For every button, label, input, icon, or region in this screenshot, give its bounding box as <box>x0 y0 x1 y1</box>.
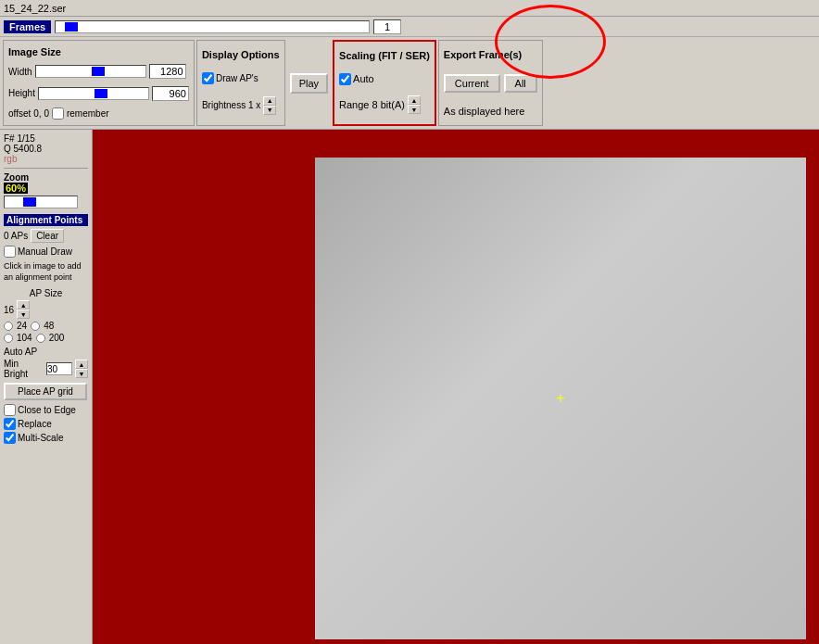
auto-label: Auto <box>353 73 374 84</box>
ap-size-label: AP Size <box>4 288 88 298</box>
place-ap-grid-button[interactable]: Place AP grid <box>4 383 87 400</box>
ap-size-value: 16 <box>4 305 14 315</box>
min-bright-input[interactable] <box>46 362 72 375</box>
auto-checkbox[interactable] <box>339 73 351 85</box>
clear-button[interactable]: Clear <box>31 229 64 243</box>
height-slider[interactable] <box>38 87 149 100</box>
alignment-points-header: Alignment Points <box>4 214 88 226</box>
radio-104-label: 104 <box>17 333 32 343</box>
width-slider-thumb[interactable] <box>92 67 105 76</box>
replace-checkbox[interactable] <box>4 418 16 430</box>
brightness-down-btn[interactable]: ▼ <box>263 106 276 115</box>
current-button[interactable]: Current <box>444 74 500 93</box>
radio-row-2: 104 200 <box>4 333 88 343</box>
auto-row: Auto <box>339 73 430 85</box>
ap-size-row: 16 ▲ ▼ <box>4 300 88 319</box>
play-section: Play <box>286 39 332 127</box>
q-info: Q 5400.8 <box>4 144 88 154</box>
left-panel: F# 1/15 Q 5400.8 rgb Zoom 60% Alignment … <box>0 130 93 644</box>
ap-count-row: 0 APs Clear <box>4 229 88 243</box>
main-area: F# 1/15 Q 5400.8 rgb Zoom 60% Alignment … <box>0 130 819 644</box>
all-button[interactable]: All <box>504 74 537 93</box>
radio-48[interactable] <box>31 322 40 331</box>
as-displayed-label: As displayed here <box>444 106 537 117</box>
export-btns: Current All <box>444 74 537 93</box>
panel-info: F# 1/15 Q 5400.8 rgb <box>4 133 88 169</box>
ap-size-down-btn[interactable]: ▼ <box>17 309 30 319</box>
width-label: Width <box>8 67 32 77</box>
frame-number-input[interactable] <box>373 19 401 34</box>
close-to-edge-label: Close to Edge <box>18 405 76 415</box>
frames-slider[interactable] <box>55 20 370 33</box>
manual-draw-row: Manual Draw <box>4 246 88 258</box>
alignment-points-section: Alignment Points 0 APs Clear Manual Draw… <box>4 214 88 444</box>
canvas-area[interactable]: + <box>93 130 819 644</box>
multi-scale-label: Multi-Scale <box>18 433 63 443</box>
radio-24[interactable] <box>4 322 13 331</box>
radio-48-label: 48 <box>44 321 54 331</box>
multi-scale-row: Multi-Scale <box>4 432 88 444</box>
range-up-btn[interactable]: ▲ <box>408 95 421 105</box>
draw-aps-label: Draw AP's <box>216 73 258 83</box>
offset-label: offset <box>8 108 31 119</box>
display-options-section: Display Options Draw AP's Brightness 1 x… <box>196 40 285 126</box>
width-input[interactable] <box>149 64 186 79</box>
radio-104[interactable] <box>4 334 13 343</box>
min-bright-row: Min Bright ▲ ▼ <box>4 359 88 379</box>
zoom-thumb[interactable] <box>23 197 36 207</box>
remember-checkbox[interactable] <box>52 107 64 120</box>
brightness-up-btn[interactable]: ▲ <box>263 96 276 106</box>
frames-label: Frames <box>4 20 51 33</box>
manual-draw-label: Manual Draw <box>18 246 72 257</box>
radio-200-label: 200 <box>49 333 65 343</box>
range-down-btn[interactable]: ▼ <box>408 105 421 114</box>
frames-bar: Frames <box>0 17 819 37</box>
offset-row: offset 0, 0 remember <box>8 107 189 120</box>
export-section: Export Frame(s) Current All As displayed… <box>438 40 543 126</box>
min-bright-updown[interactable]: ▲ ▼ <box>75 360 88 378</box>
radio-24-label: 24 <box>17 321 27 331</box>
title-bar: 15_24_22.ser <box>0 0 819 17</box>
auto-ap-label: Auto AP <box>4 347 88 357</box>
play-button[interactable]: Play <box>290 73 328 94</box>
ap-size-updown[interactable]: ▲ ▼ <box>17 300 30 319</box>
range-label: Range 8 bit(A) <box>339 99 405 110</box>
radio-row-1: 24 48 <box>4 321 88 331</box>
zoom-section: Zoom 60% <box>4 172 88 208</box>
height-row: Height <box>8 86 189 101</box>
range-row: Range 8 bit(A) ▲ ▼ <box>339 95 430 114</box>
display-options-title: Display Options <box>202 49 280 60</box>
radio-200[interactable] <box>36 334 45 343</box>
width-slider[interactable] <box>35 65 146 78</box>
height-label: Height <box>8 88 35 98</box>
crosshair: + <box>556 390 564 407</box>
manual-draw-checkbox[interactable] <box>4 246 16 258</box>
draw-aps-checkbox[interactable] <box>202 72 214 84</box>
width-row: Width <box>8 64 189 79</box>
min-bright-down-btn[interactable]: ▼ <box>75 369 88 378</box>
frames-slider-thumb[interactable] <box>65 22 78 32</box>
frame-info: F# 1/15 <box>4 133 88 144</box>
zoom-value: 60% <box>4 183 28 194</box>
scaling-section: Scaling (FIT / SER) Auto Range 8 bit(A) … <box>333 40 436 126</box>
ap-size-up-btn[interactable]: ▲ <box>17 300 30 309</box>
close-to-edge-checkbox[interactable] <box>4 404 16 416</box>
zoom-slider[interactable] <box>4 196 78 208</box>
height-slider-thumb[interactable] <box>94 89 107 98</box>
range-updown[interactable]: ▲ ▼ <box>408 95 421 114</box>
replace-label: Replace <box>18 419 52 429</box>
ap-count: 0 APs <box>4 231 28 241</box>
brightness-row: Brightness 1 x ▲ ▼ <box>202 96 280 115</box>
height-input[interactable] <box>152 86 189 101</box>
brightness-label: Brightness 1 x <box>202 100 260 110</box>
replace-row: Replace <box>4 418 88 430</box>
scaling-title: Scaling (FIT / SER) <box>339 50 430 61</box>
min-bright-up-btn[interactable]: ▲ <box>75 360 88 369</box>
rgb-label: rgb <box>4 154 88 164</box>
title-text: 15_24_22.ser <box>4 3 66 14</box>
toolbar: Image Size Width Height offset 0, 0 reme… <box>0 37 819 130</box>
image-size-section: Image Size Width Height offset 0, 0 reme… <box>3 40 195 126</box>
brightness-updown[interactable]: ▲ ▼ <box>263 96 276 115</box>
multi-scale-checkbox[interactable] <box>4 432 16 444</box>
inner-canvas: + <box>315 158 806 639</box>
